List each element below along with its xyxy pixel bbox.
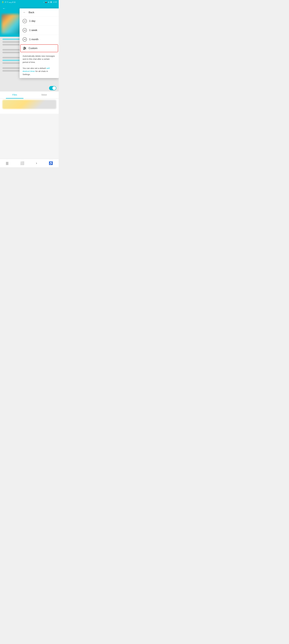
nav-bar: ||| ⬜ › ♿ <box>0 159 59 167</box>
toggle-knob <box>52 86 56 90</box>
dropdown-back-item[interactable]: ← Back <box>20 8 59 16</box>
tabs-bar: Files Voice <box>0 92 59 99</box>
tab-voice-label: Voice <box>41 94 47 96</box>
1week-label: 1 week <box>29 29 37 32</box>
dropdown-1week-item[interactable]: 1W 1 week <box>20 26 59 35</box>
toggle-row <box>0 85 59 92</box>
profile-image-blur <box>2 14 23 34</box>
nav-recents-icon[interactable]: ||| <box>6 161 9 165</box>
slider-line-2 <box>23 48 26 48</box>
dot-indicator: • <box>44 1 44 3</box>
file-item-1[interactable] <box>3 100 56 109</box>
description-text-2: You can also set a default self-destruct… <box>23 67 56 76</box>
toggle-switch[interactable] <box>49 86 56 90</box>
slider-line-1 <box>23 47 26 48</box>
nav-home-icon[interactable]: ⬜ <box>20 161 24 165</box>
tab-underline <box>6 98 24 98</box>
instagram-icon: 📷 <box>45 1 47 3</box>
tab-files-label: Files <box>12 94 17 96</box>
time-display: ۱۲:۳۴ <box>53 1 57 3</box>
dropdown-description: Automatically delete new messages sent i… <box>20 52 59 78</box>
signal-text: ٪۴۰درصد ۴G ||| <box>5 1 15 3</box>
files-area <box>0 99 59 114</box>
dropdown-1day-item[interactable]: 1D 1 day <box>20 16 59 26</box>
dropdown-1month-item[interactable]: 1M 1 month <box>20 35 59 44</box>
1week-icon: 1W <box>23 28 27 32</box>
dropdown-menu: ← Back 1D 1 day 1W 1 week 1M 1 month <box>20 8 59 78</box>
nav-accessibility-icon[interactable]: ♿ <box>49 161 53 165</box>
slider-line-3 <box>23 49 26 49</box>
battery-icon: 🔋 <box>2 1 4 3</box>
back-arrow-icon: ← <box>23 11 26 14</box>
dropdown-custom-item[interactable]: Custom <box>20 44 58 52</box>
empty-space <box>0 114 59 159</box>
1month-icon: 1M <box>23 37 27 42</box>
custom-label: Custom <box>29 47 38 50</box>
1month-label: 1 month <box>29 38 38 41</box>
1day-label: 1 day <box>29 20 36 22</box>
back-label: Back <box>29 11 34 14</box>
gallery-icon: 🖼 <box>50 1 52 3</box>
threads-icon: ⊕ <box>48 1 49 3</box>
tab-voice[interactable]: Voice <box>29 92 59 98</box>
header-back-button[interactable]: ← <box>3 6 6 10</box>
slider-knob-2 <box>25 48 26 49</box>
page-wrapper: 🔋 ٪۴۰درصد ۴G ||| • 📷 ⊕ 🖼 ۱۲:۳۴ ← <box>0 0 59 167</box>
slider-knob-3 <box>24 48 25 50</box>
nav-forward-icon[interactable]: › <box>36 161 37 165</box>
status-left: 🔋 ٪۴۰درصد ۴G ||| <box>2 1 15 3</box>
sliders-icon <box>23 47 26 49</box>
1day-icon: 1D <box>23 19 27 23</box>
tab-files[interactable]: Files <box>0 92 29 98</box>
status-bar: 🔋 ٪۴۰درصد ۴G ||| • 📷 ⊕ 🖼 ۱۲:۳۴ <box>0 0 59 4</box>
description-text-1: Automatically delete new messages sent i… <box>23 54 56 64</box>
status-right: • 📷 ⊕ 🖼 ۱۲:۳۴ <box>44 1 57 3</box>
